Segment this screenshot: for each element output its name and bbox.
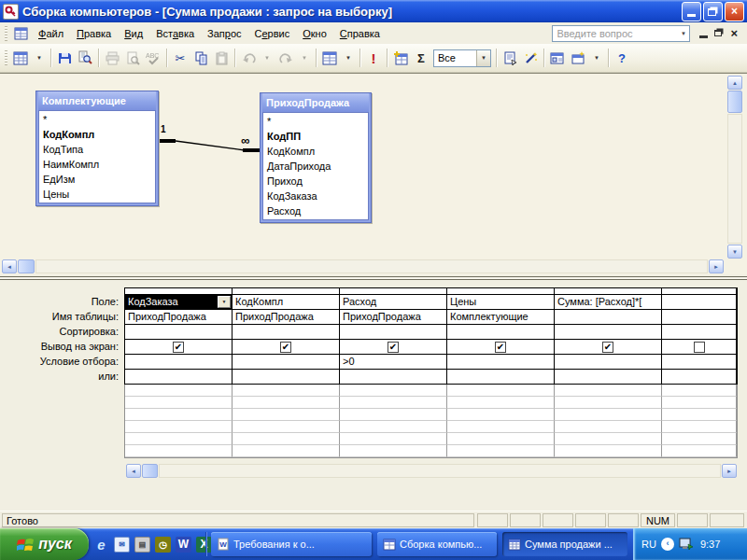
grid-or-cell[interactable]	[233, 370, 340, 385]
access-app-icon[interactable]	[3, 4, 19, 20]
grid-criteria-cell[interactable]	[447, 355, 555, 370]
taskbar-window-access[interactable]: Сборка компью...	[377, 532, 497, 556]
grid-hscroll-track[interactable]	[159, 464, 721, 478]
hscroll-thumb[interactable]	[18, 259, 35, 273]
table-field[interactable]: КодТипа	[39, 142, 155, 157]
grid-field-cell[interactable]: Цены	[447, 295, 555, 310]
menu-tools[interactable]: Сервис	[248, 25, 297, 42]
vscroll-down-button[interactable]: ▼	[727, 245, 742, 259]
show-table-button[interactable]	[390, 48, 411, 68]
printer-icon[interactable]: ▤	[134, 537, 150, 553]
start-button[interactable]: пуск	[0, 528, 89, 560]
table-field-pk[interactable]: КодКомпл	[39, 127, 155, 142]
grid-criteria-cell[interactable]	[233, 355, 340, 370]
show-checkbox[interactable]: ✔	[388, 342, 399, 353]
file-search-button[interactable]	[75, 48, 95, 68]
help-button[interactable]: ?	[612, 48, 632, 68]
pane-splitter[interactable]	[0, 274, 747, 282]
run-button[interactable]: !	[363, 48, 384, 68]
column-selector[interactable]	[125, 288, 233, 295]
copy-button[interactable]	[190, 48, 211, 68]
language-indicator[interactable]: RU	[641, 539, 656, 550]
show-checkbox[interactable]: ✔	[173, 342, 184, 353]
properties-button[interactable]	[500, 48, 520, 68]
view-dropdown-button[interactable]: ▼	[31, 48, 48, 68]
grid-hscroll-left-button[interactable]: ◄	[126, 464, 141, 478]
menu-help[interactable]: Справка	[333, 25, 387, 42]
grid-field-cell[interactable]: Расход	[340, 295, 447, 310]
grid-table-cell[interactable]: ПриходПродажа	[233, 310, 340, 325]
qbe-grid-empty-rows[interactable]	[124, 385, 738, 458]
grid-field-cell[interactable]	[662, 295, 737, 310]
save-button[interactable]	[54, 48, 75, 68]
grid-sort-cell[interactable]	[125, 325, 233, 340]
show-checkbox[interactable]: ✔	[495, 342, 506, 353]
minimize-button[interactable]	[682, 2, 701, 21]
show-checkbox[interactable]: ✔	[280, 342, 291, 353]
grid-sort-cell[interactable]	[662, 325, 737, 340]
build-button[interactable]	[520, 48, 541, 68]
tray-device-icon[interactable]	[679, 538, 694, 551]
table-title[interactable]: ПриходПродажа	[262, 93, 369, 112]
query-window-icon[interactable]	[14, 27, 28, 40]
table-title[interactable]: Комплектующие	[38, 91, 156, 110]
clock-app-icon[interactable]: ◷	[155, 537, 171, 553]
totals-button[interactable]: Σ	[411, 48, 431, 68]
taskbar-window-query[interactable]: Сумма продажи ...	[502, 532, 627, 556]
table-field[interactable]: Расход	[263, 203, 368, 218]
grid-criteria-cell[interactable]	[125, 355, 233, 370]
hscroll-left-button[interactable]: ◄	[2, 259, 17, 273]
table-field[interactable]: *	[263, 114, 368, 129]
show-checkbox[interactable]: ✔	[602, 342, 613, 353]
grid-or-cell[interactable]	[662, 370, 737, 385]
top-values-dropdown[interactable]: ▼	[476, 50, 490, 66]
view-button[interactable]	[10, 48, 31, 68]
grid-or-cell[interactable]	[555, 370, 662, 385]
table-field[interactable]: ЕдИзм	[39, 172, 155, 187]
table-field[interactable]: *	[39, 112, 155, 127]
grid-table-cell[interactable]	[555, 310, 662, 325]
grid-hscroll-thumb[interactable]	[142, 464, 158, 478]
menu-query[interactable]: Запрос	[201, 25, 247, 42]
grid-table-cell[interactable]: ПриходПродажа	[125, 310, 233, 325]
grid-hscroll-right-button[interactable]: ►	[722, 464, 737, 478]
grid-criteria-cell[interactable]	[662, 355, 737, 370]
top-values-combobox[interactable]: Все ▼	[433, 49, 491, 67]
new-object-dropdown-button[interactable]: ▼	[588, 48, 605, 68]
child-restore-button[interactable]	[714, 30, 722, 36]
grid-field-cell[interactable]: КодКомпл	[233, 295, 340, 310]
field-list-komplektuyushchie[interactable]: Комплектующие * КодКомпл КодТипа НаимКом…	[35, 91, 159, 206]
menu-edit[interactable]: Правка	[70, 25, 118, 42]
menu-insert[interactable]: Вставка	[149, 25, 201, 42]
grid-sort-cell[interactable]	[233, 325, 340, 340]
table-field[interactable]: Цены	[39, 187, 155, 202]
toolbar-grip[interactable]	[5, 50, 7, 65]
show-checkbox[interactable]	[694, 342, 705, 353]
child-minimize-button[interactable]	[699, 35, 708, 38]
column-selector[interactable]	[340, 288, 447, 295]
word-icon[interactable]: W	[176, 537, 191, 553]
tray-chevron-icon[interactable]: ‹	[661, 538, 674, 551]
grid-table-cell[interactable]: Комплектующие	[447, 310, 555, 325]
grid-or-cell[interactable]	[125, 370, 233, 385]
outlook-express-icon[interactable]: ✉	[114, 537, 130, 553]
child-close-button[interactable]: ×	[730, 27, 738, 39]
menu-view[interactable]: Вид	[118, 25, 149, 42]
hscroll-track[interactable]	[35, 259, 708, 273]
column-selector[interactable]	[233, 288, 340, 295]
close-button[interactable]: ×	[725, 2, 744, 21]
grid-sort-cell[interactable]	[340, 325, 447, 340]
vscroll-thumb[interactable]	[727, 91, 742, 113]
menu-window[interactable]: Окно	[296, 25, 333, 42]
grid-sort-cell[interactable]	[555, 325, 662, 340]
column-selector[interactable]	[447, 288, 555, 295]
query-type-dropdown-button[interactable]: ▼	[340, 48, 357, 68]
table-field-pk[interactable]: КодПП	[263, 129, 368, 144]
column-selector[interactable]	[555, 288, 662, 295]
ask-dropdown-icon[interactable]: ▼	[677, 26, 689, 41]
table-field[interactable]: КодЗаказа	[263, 189, 368, 203]
column-selector[interactable]	[662, 288, 737, 295]
hscroll-right-button[interactable]: ►	[709, 259, 724, 273]
table-field[interactable]: КодКомпл	[263, 144, 368, 159]
grid-table-cell[interactable]: ПриходПродажа	[340, 310, 447, 325]
